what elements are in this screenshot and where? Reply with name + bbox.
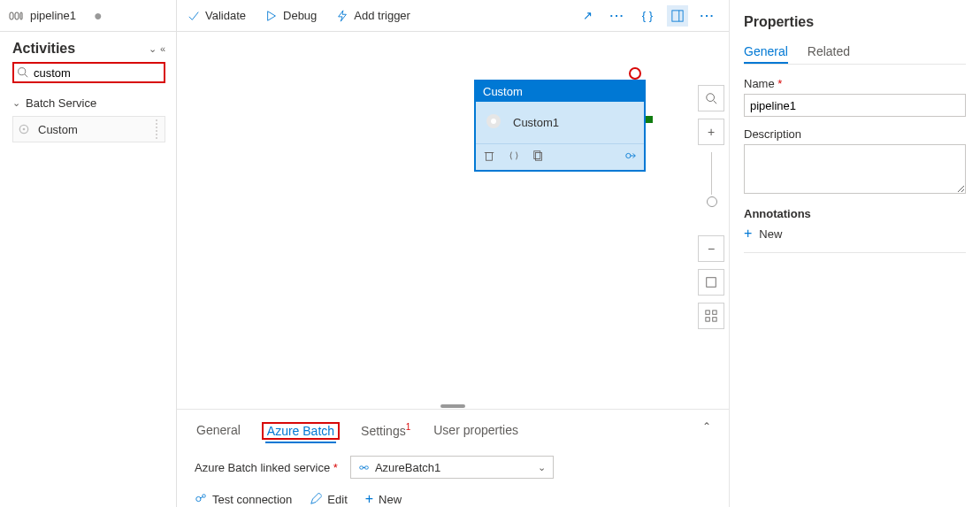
success-connector-stub[interactable] — [646, 116, 653, 123]
svg-rect-0 — [10, 12, 13, 19]
activities-heading: Activities — [12, 41, 75, 57]
new-linked-service-button[interactable]: + New — [365, 491, 402, 507]
add-annotation-button[interactable]: + New — [744, 226, 966, 242]
test-connection-button[interactable]: Test connection — [195, 493, 292, 506]
gear-icon — [483, 111, 504, 134]
pencil-icon — [310, 493, 322, 505]
activity-custom-label: Custom — [38, 123, 78, 136]
gear-icon — [17, 122, 31, 136]
svg-rect-23 — [706, 318, 709, 321]
autolay-button[interactable] — [698, 303, 724, 329]
linked-service-select[interactable]: AzureBatch1 ⌄ — [350, 456, 554, 479]
zoom-search-button[interactable] — [698, 85, 724, 111]
activity-node-custom1[interactable]: Custom Custom1 — [474, 80, 646, 172]
validation-circle-icon — [629, 67, 641, 80]
svg-rect-12 — [486, 153, 493, 161]
name-field-label: Name * — [744, 77, 966, 90]
collapse-down-icon[interactable]: ⌄ — [149, 43, 157, 55]
svg-point-18 — [707, 94, 715, 102]
svg-rect-22 — [713, 311, 716, 314]
expand-icon[interactable]: ↗ — [577, 5, 598, 27]
svg-rect-2 — [20, 12, 22, 19]
fit-screen-button[interactable] — [698, 269, 724, 296]
svg-point-28 — [196, 496, 201, 501]
edit-button[interactable]: Edit — [310, 493, 347, 506]
play-icon — [265, 10, 278, 22]
batch-service-group[interactable]: ⌄ Batch Service — [12, 92, 165, 114]
zoom-in-button[interactable]: + — [698, 119, 724, 145]
link-icon — [358, 462, 370, 473]
linked-service-label: Azure Batch linked service * — [195, 461, 338, 474]
add-trigger-button[interactable]: Add trigger — [336, 9, 410, 22]
collapse-panel-icon[interactable]: ⌃ — [702, 420, 711, 433]
json-icon[interactable]: { } — [637, 5, 658, 27]
linked-service-value: AzureBatch1 — [375, 461, 440, 474]
debug-button[interactable]: Debug — [265, 9, 317, 22]
unsaved-indicator: ● — [94, 8, 103, 24]
svg-line-19 — [714, 101, 717, 104]
svg-point-3 — [19, 68, 26, 75]
svg-point-6 — [23, 128, 26, 131]
zoom-out-button[interactable]: − — [698, 235, 724, 262]
tab-azure-batch[interactable]: Azure Batch — [265, 420, 336, 443]
tab-settings[interactable]: Settings1 — [359, 419, 412, 443]
pipeline-canvas[interactable]: Custom Custom1 — [177, 32, 693, 409]
description-field-label: Description — [744, 127, 966, 141]
svg-point-11 — [491, 119, 496, 124]
activities-search-input[interactable] — [12, 62, 165, 83]
props-tab-related[interactable]: Related — [808, 41, 850, 64]
activity-custom[interactable]: Custom — [12, 116, 165, 142]
svg-line-4 — [25, 74, 27, 77]
connection-icon — [195, 493, 207, 505]
panel-resize-handle[interactable] — [440, 404, 465, 408]
svg-rect-1 — [15, 12, 19, 19]
code-icon[interactable] — [508, 150, 520, 165]
pipeline-icon — [9, 9, 23, 23]
validate-button[interactable]: Validate — [188, 9, 246, 22]
properties-heading: Properties — [744, 14, 966, 30]
header-more-icon[interactable]: ··· — [607, 5, 628, 27]
name-input[interactable] — [744, 94, 966, 117]
svg-rect-8 — [672, 10, 683, 20]
pipeline-tab-label: pipeline1 — [30, 9, 76, 22]
delete-icon[interactable] — [483, 150, 495, 165]
drag-handle-icon[interactable] — [152, 119, 161, 139]
plus-icon: + — [365, 491, 373, 507]
batch-service-label: Batch Service — [26, 96, 96, 110]
chevron-down-icon: ⌄ — [12, 97, 20, 109]
node-label: Custom1 — [513, 116, 559, 129]
check-icon — [188, 10, 200, 22]
plus-icon: + — [744, 226, 752, 242]
svg-rect-24 — [713, 318, 716, 321]
node-header: Custom — [476, 81, 644, 102]
copy-icon[interactable] — [532, 150, 545, 165]
collapse-left-icon[interactable]: « — [160, 43, 165, 55]
search-icon — [17, 66, 28, 78]
zoom-thumb[interactable] — [707, 196, 717, 207]
description-textarea[interactable] — [744, 144, 966, 194]
lightning-icon — [336, 10, 348, 22]
svg-rect-21 — [706, 311, 709, 314]
toolbar-more-icon[interactable]: ··· — [697, 5, 718, 27]
annotations-label: Annotations — [744, 207, 966, 220]
output-arrow-icon[interactable] — [624, 150, 637, 165]
properties-toggle-icon[interactable] — [667, 5, 688, 27]
zoom-track[interactable] — [711, 152, 712, 195]
tab-user-properties[interactable]: User properties — [432, 419, 520, 442]
props-tab-general[interactable]: General — [744, 41, 788, 64]
tab-general[interactable]: General — [195, 419, 242, 442]
svg-marker-7 — [268, 11, 276, 20]
svg-point-16 — [626, 153, 631, 157]
pipeline-tab[interactable]: pipeline1 ● — [0, 0, 176, 32]
svg-rect-20 — [707, 278, 716, 288]
chevron-down-icon: ⌄ — [538, 462, 546, 473]
